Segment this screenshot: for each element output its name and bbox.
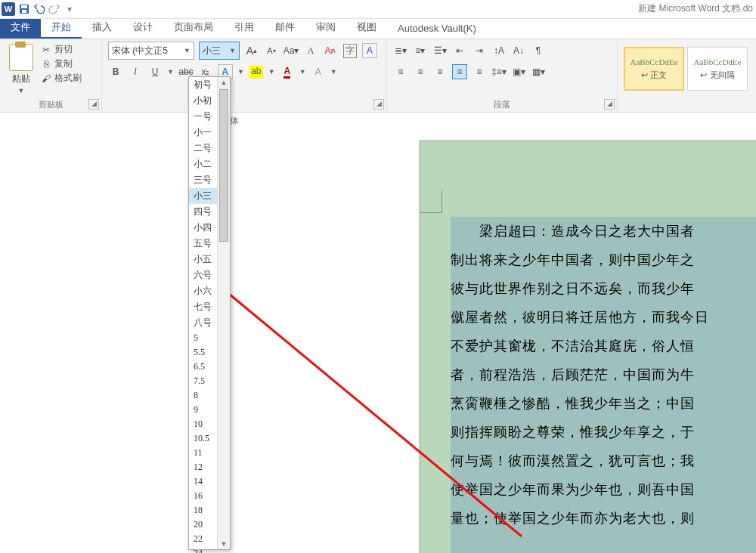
text-line[interactable]: 何与焉！彼而漠然置之，犹可言也；我 [451,446,756,475]
chevron-down-icon[interactable]: ▼ [330,68,337,76]
text-line[interactable]: 则指挥顾盼之尊荣，惟我少年享之，于 [451,418,756,446]
page[interactable]: 梁启超曰：造成今日之老大中国者制出将来之少年中国者，则中国少年之彼与此世界作别之… [420,141,756,553]
tab-review[interactable]: 审阅 [305,17,346,39]
character-scaling-icon[interactable]: A [311,64,326,79]
show-marks-icon[interactable]: ¶ [531,43,546,58]
font-size-option[interactable]: 小六 [189,283,217,299]
shading-icon[interactable]: ▣▾ [511,64,526,79]
font-size-option[interactable]: 八号 [189,315,217,331]
italic-button[interactable]: I [128,64,143,79]
chevron-down-icon[interactable]: ▼ [237,68,244,76]
font-size-option[interactable]: 七号 [189,299,217,315]
font-size-option[interactable]: 小三 [189,188,217,204]
paragraph-dialog-launcher[interactable]: ◢ [604,99,615,110]
chevron-down-icon[interactable]: ▼ [268,68,275,76]
tab-references[interactable]: 引用 [224,17,265,39]
copy-button[interactable]: ⎘复制 [41,57,82,71]
tab-vault[interactable]: Autodesk Vault(K) [387,19,487,39]
highlight-icon[interactable]: ab [249,64,264,79]
font-size-option[interactable]: 小二 [189,156,217,172]
font-size-option[interactable]: 5.5 [189,345,217,360]
distribute-icon[interactable]: ≡ [472,64,487,79]
enclose-chars-icon[interactable]: A [362,43,377,58]
scroll-thumb[interactable] [219,89,228,242]
font-name-combo[interactable]: 宋体 (中文正5▼ [108,42,194,60]
text-line[interactable]: 烹脔鞭棰之惨酷，惟我少年当之；中国 [451,389,756,418]
underline-button[interactable]: U [147,64,163,79]
format-painter-button[interactable]: 🖌格式刷 [41,71,82,85]
shrink-font-icon[interactable]: A▾ [264,43,279,58]
font-size-combo[interactable]: 小三▼ [199,42,240,60]
document-area[interactable]: 梁启超曰：造成今日之老大中国者制出将来之少年中国者，则中国少年之彼与此世界作别之… [0,128,756,553]
style-no-spacing[interactable]: AaBbCcDdEe ↩ 无间隔 [687,47,748,91]
font-color-icon[interactable]: A [280,64,295,79]
font-size-option[interactable]: 12 [189,460,217,474]
line-spacing-icon[interactable]: ‡≡▾ [491,64,507,79]
text-line[interactable]: 量也；使举国之少年而亦为老大也，则 [451,504,756,533]
qat-customize-icon[interactable]: ▾ [64,3,76,15]
font-size-option[interactable]: 20 [189,517,217,532]
tab-view[interactable]: 视图 [346,17,387,39]
bullets-icon[interactable]: ≣▾ [393,43,408,58]
undo-icon[interactable] [33,3,45,15]
tab-mailings[interactable]: 邮件 [265,17,305,39]
font-size-option[interactable]: 一号 [189,109,217,125]
save-icon[interactable] [18,3,30,15]
font-size-option[interactable]: 8 [189,388,217,403]
clipboard-dialog-launcher[interactable]: ◢ [88,99,99,110]
tab-home[interactable]: 开始 [41,17,82,39]
clear-format-icon[interactable]: Aጾ [323,43,338,58]
document-text[interactable]: 梁启超曰：造成今日之老大中国者制出将来之少年中国者，则中国少年之彼与此世界作别之… [451,217,756,533]
tab-layout[interactable]: 页面布局 [163,17,224,39]
tab-design[interactable]: 设计 [122,17,163,39]
sort-icon[interactable]: A↓ [511,43,526,58]
scroll-down-icon[interactable]: ▼ [218,540,230,548]
text-line[interactable]: 僦屋者然，彼明日将迁居他方，而我今日 [451,303,756,332]
font-size-option[interactable]: 5 [189,331,217,345]
font-dialog-launcher[interactable]: ◢ [373,99,384,110]
redo-icon[interactable] [48,3,60,15]
character-shading-icon[interactable]: 字 [342,43,358,58]
font-size-option[interactable]: 小初 [189,93,217,109]
change-case-icon[interactable]: Aa▾ [284,43,299,58]
text-line[interactable]: 制出将来之少年中国者，则中国少年之 [451,246,756,274]
tab-file[interactable]: 文件 [0,17,41,39]
tab-insert[interactable]: 插入 [82,17,122,39]
font-size-option[interactable]: 14 [189,474,217,489]
font-size-option[interactable]: 二号 [189,141,217,156]
text-line[interactable]: 彼与此世界作别之日不远矣，而我少年 [451,274,756,303]
font-size-option[interactable]: 9 [189,403,217,417]
font-size-option[interactable]: 小四 [189,220,217,236]
style-normal[interactable]: AaBbCcDdEe ↩ 正文 [624,47,684,91]
font-size-option[interactable]: 初号 [189,77,217,93]
text-line[interactable]: 者，前程浩浩，后顾茫茫，中国而为牛 [451,360,756,389]
font-size-option[interactable]: 10 [189,417,217,431]
align-left-icon[interactable]: ≡ [393,64,408,79]
align-center-icon[interactable]: ≡ [413,64,428,79]
cut-button[interactable]: ✂剪切 [41,42,82,57]
chevron-down-icon[interactable]: ▼ [299,68,306,76]
font-size-option[interactable]: 16 [189,489,217,503]
font-size-option[interactable]: 11 [189,446,217,460]
decrease-indent-icon[interactable]: ⇤ [452,43,467,58]
align-right-icon[interactable]: ≡ [432,64,448,79]
font-size-option[interactable]: 四号 [189,204,217,220]
text-line[interactable]: 梁启超曰：造成今日之老大中国者 [451,217,756,246]
font-size-option[interactable]: 三号 [189,172,217,188]
text-line[interactable]: 使举国之少年而果为少年也，则吾中国 [451,475,756,504]
paste-button[interactable]: 粘贴 ▼ [6,42,36,96]
borders-icon[interactable]: ▦▾ [531,64,546,79]
grow-font-icon[interactable]: A▴ [244,43,259,58]
multilevel-icon[interactable]: ☰▾ [432,43,448,58]
font-size-option[interactable]: 24 [189,546,217,553]
paste-dropdown-icon[interactable]: ▼ [18,87,25,94]
font-size-option[interactable]: 18 [189,503,217,517]
dropdown-scrollbar[interactable]: ▲ ▼ [217,77,230,549]
font-size-option[interactable]: 7.5 [189,374,217,388]
scroll-up-icon[interactable]: ▲ [218,79,230,86]
justify-icon[interactable]: ≡ [452,64,467,79]
font-size-option[interactable]: 小五 [189,252,217,267]
font-size-option[interactable]: 五号 [189,236,217,252]
font-size-option[interactable]: 六号 [189,267,217,283]
bold-button[interactable]: B [108,64,123,79]
